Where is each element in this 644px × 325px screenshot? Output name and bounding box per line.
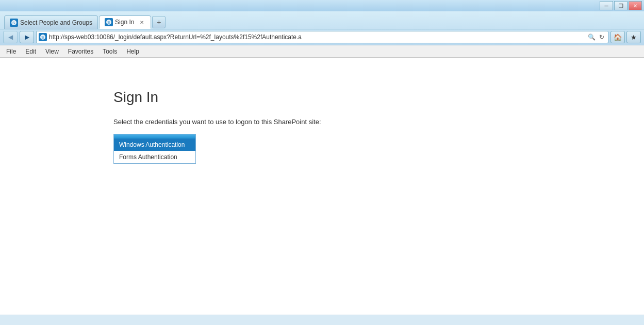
forward-button[interactable]: ▶ <box>20 31 34 43</box>
tab-signin[interactable]: S Sign In ✕ <box>99 15 151 29</box>
sharepoint-icon-tab1: S <box>10 19 18 27</box>
page-subtitle: Select the credentials you want to use t… <box>113 118 644 126</box>
auth-dropdown[interactable]: Windows Authentication Forms Authenticat… <box>113 134 196 164</box>
menu-favorites[interactable]: Favorites <box>64 47 97 56</box>
tab-people[interactable]: S Select People and Groups <box>4 15 98 29</box>
browser-chrome: S Select People and Groups S Sign In ✕ +… <box>0 11 644 45</box>
dropdown-header <box>114 134 195 139</box>
page-title: Sign In <box>113 89 644 106</box>
window-controls: ─ ❐ ✕ <box>600 1 642 10</box>
menu-edit[interactable]: Edit <box>21 47 40 56</box>
tab-bar: S Select People and Groups S Sign In ✕ + <box>0 11 644 29</box>
tab-signin-label: Sign In <box>115 19 134 26</box>
minimize-button[interactable]: ─ <box>600 1 613 10</box>
svg-text:S: S <box>41 35 44 40</box>
site-icon: S <box>39 33 47 41</box>
main-content: Sign In Select the credentials you want … <box>0 58 644 325</box>
restore-button[interactable]: ❐ <box>614 1 628 10</box>
sharepoint-icon-tab2: S <box>105 18 113 26</box>
new-tab-button[interactable]: + <box>152 16 166 28</box>
option-windows-auth[interactable]: Windows Authentication <box>114 139 195 151</box>
title-bar: ─ ❐ ✕ <box>0 0 644 11</box>
menu-help[interactable]: Help <box>122 47 143 56</box>
status-bar <box>0 315 644 325</box>
address-field[interactable]: S http://sps-web03:10086/_login/default.… <box>36 31 608 43</box>
tab-signin-close[interactable]: ✕ <box>138 19 145 26</box>
option-forms-auth[interactable]: Forms Authentication <box>114 151 195 163</box>
menu-file[interactable]: File <box>2 47 20 56</box>
tab-people-label: Select People and Groups <box>20 19 92 26</box>
svg-text:S: S <box>107 20 110 25</box>
address-bar: ◀ ▶ S http://sps-web03:10086/_login/defa… <box>0 29 644 45</box>
favorites-button[interactable]: ★ <box>626 31 641 43</box>
search-icon[interactable]: 🔍 <box>588 33 596 41</box>
menu-tools[interactable]: Tools <box>98 47 121 56</box>
auth-dropdown-container: Windows Authentication Forms Authenticat… <box>113 134 196 164</box>
menu-view[interactable]: View <box>41 47 63 56</box>
browser-tools: 🏠 ★ <box>610 31 641 43</box>
close-button[interactable]: ✕ <box>629 1 642 10</box>
back-button[interactable]: ◀ <box>3 31 18 43</box>
refresh-button[interactable]: ↻ <box>598 33 606 41</box>
svg-text:S: S <box>12 21 15 25</box>
home-button[interactable]: 🏠 <box>610 31 625 43</box>
menu-bar: File Edit View Favorites Tools Help <box>0 45 644 58</box>
url-text: http://sps-web03:10086/_login/default.as… <box>49 33 586 41</box>
